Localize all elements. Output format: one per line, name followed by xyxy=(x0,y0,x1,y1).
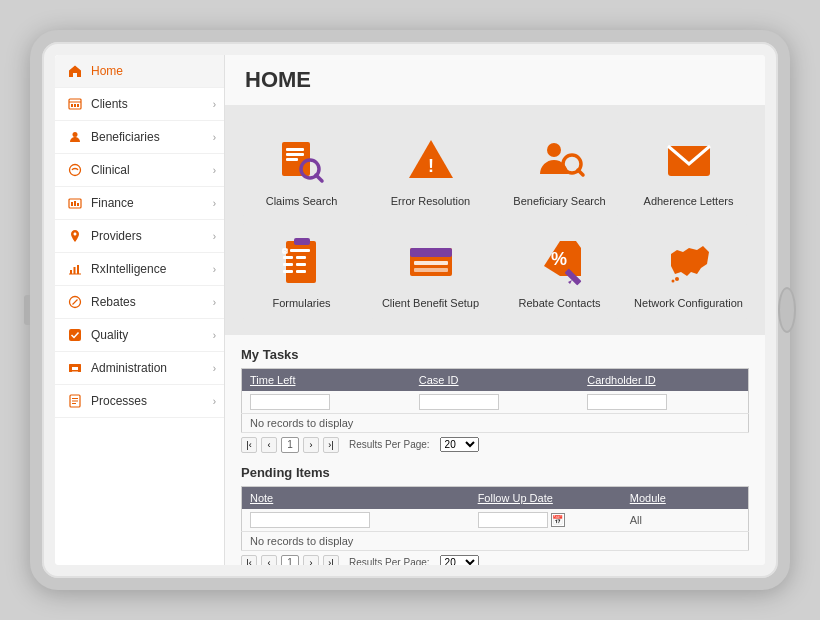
chevron-clients: › xyxy=(213,99,216,110)
svg-point-34 xyxy=(547,143,561,157)
pagination-pending: |‹ ‹ 1 › ›| Results Per Page: 20 50 100 xyxy=(241,551,749,565)
tile-label-beneficiary-search: Beneficiary Search xyxy=(513,194,605,208)
adherence-letters-icon xyxy=(663,134,715,186)
filter-follow-up-date[interactable] xyxy=(478,512,548,528)
pending-items-section: Pending Items Note Follow Up Date Module xyxy=(225,457,765,565)
tablet-side-button[interactable] xyxy=(24,295,30,325)
chevron-processes: › xyxy=(213,396,216,407)
tile-claims-search[interactable]: Claims Search xyxy=(241,122,362,216)
col-cardholder-id[interactable]: Cardholder ID xyxy=(579,368,748,391)
svg-rect-10 xyxy=(77,203,79,206)
sidebar-label-rxintelligence: RxIntelligence xyxy=(91,262,166,276)
svg-rect-42 xyxy=(283,263,293,266)
tile-network-configuration[interactable]: Network Configuration xyxy=(628,224,749,318)
svg-rect-9 xyxy=(74,201,76,206)
chevron-beneficiaries: › xyxy=(213,132,216,143)
per-page-label-tasks: Results Per Page: xyxy=(349,439,430,450)
tile-client-benefit-setup[interactable]: Client Benefit Setup xyxy=(370,224,491,318)
tile-rebate-contacts[interactable]: % Rebate Contacts xyxy=(499,224,620,318)
sidebar-item-rxintelligence[interactable]: RxIntelligence › xyxy=(55,253,224,286)
svg-rect-8 xyxy=(71,202,73,206)
svg-rect-39 xyxy=(294,238,310,245)
per-page-label-pending: Results Per Page: xyxy=(349,557,430,565)
svg-rect-13 xyxy=(77,265,79,274)
filter-note[interactable] xyxy=(250,512,370,528)
tile-error-resolution[interactable]: ! Error Resolution xyxy=(370,122,491,216)
no-records-row-pending: No records to display xyxy=(242,531,749,550)
sidebar-item-beneficiaries[interactable]: Beneficiaries › xyxy=(55,121,224,154)
filter-case-id[interactable] xyxy=(419,394,499,410)
filter-cardholder-id[interactable] xyxy=(587,394,667,410)
sidebar-item-processes[interactable]: Processes › xyxy=(55,385,224,418)
sidebar-label-rebates: Rebates xyxy=(91,295,136,309)
sidebar-item-clinical[interactable]: Clinical › xyxy=(55,154,224,187)
page-prev-tasks[interactable]: ‹ xyxy=(261,437,277,453)
svg-rect-24 xyxy=(72,403,76,404)
sidebar-item-rebates[interactable]: Rebates › xyxy=(55,286,224,319)
tile-beneficiary-search[interactable]: Beneficiary Search xyxy=(499,122,620,216)
sidebar-item-home[interactable]: Home xyxy=(55,55,224,88)
svg-point-5 xyxy=(73,132,78,137)
chevron-quality: › xyxy=(213,330,216,341)
col-note[interactable]: Note xyxy=(242,486,470,509)
filter-row-tasks xyxy=(242,391,749,414)
client-benefit-setup-icon xyxy=(405,236,457,288)
check-icon xyxy=(67,327,83,343)
icon-grid: Claims Search ! Error Resolution xyxy=(225,106,765,335)
page-num-pending: 1 xyxy=(281,555,299,565)
calendar-icon[interactable]: 📅 xyxy=(551,513,565,527)
tile-label-formularies: Formularies xyxy=(272,296,330,310)
pagination-tasks: |‹ ‹ 1 › ›| Results Per Page: 20 50 100 xyxy=(241,433,749,457)
sidebar-label-administration: Administration xyxy=(91,361,167,375)
sidebar-item-clients[interactable]: Clients › xyxy=(55,88,224,121)
svg-point-6 xyxy=(70,165,81,176)
no-records-row-tasks: No records to display xyxy=(242,413,749,432)
sidebar-item-providers[interactable]: Providers › xyxy=(55,220,224,253)
chevron-clinical: › xyxy=(213,165,216,176)
sidebar-item-finance[interactable]: Finance › xyxy=(55,187,224,220)
chevron-administration: › xyxy=(213,363,216,374)
svg-rect-3 xyxy=(74,104,76,107)
col-follow-up-date[interactable]: Follow Up Date xyxy=(470,486,622,509)
svg-rect-41 xyxy=(296,256,306,259)
page-first-pending[interactable]: |‹ xyxy=(241,555,257,565)
svg-rect-12 xyxy=(74,267,76,274)
page-num-tasks: 1 xyxy=(281,437,299,453)
col-time-left[interactable]: Time Left xyxy=(242,368,411,391)
tile-label-rebate-contacts: Rebate Contacts xyxy=(519,296,601,310)
svg-rect-51 xyxy=(414,268,448,272)
svg-rect-38 xyxy=(286,241,316,283)
col-case-id[interactable]: Case ID xyxy=(411,368,579,391)
pending-items-title: Pending Items xyxy=(241,465,749,480)
svg-line-30 xyxy=(316,175,322,181)
sidebar-label-quality: Quality xyxy=(91,328,128,342)
person-icon xyxy=(67,129,83,145)
page-prev-pending[interactable]: ‹ xyxy=(261,555,277,565)
network-configuration-icon xyxy=(663,236,715,288)
tile-formularies[interactable]: Formularies xyxy=(241,224,362,318)
sidebar-item-administration[interactable]: Administration › xyxy=(55,352,224,385)
svg-rect-20 xyxy=(72,370,79,372)
module-default: All xyxy=(630,514,642,526)
page-last-tasks[interactable]: ›| xyxy=(323,437,339,453)
page-first-tasks[interactable]: |‹ xyxy=(241,437,257,453)
my-tasks-title: My Tasks xyxy=(241,347,749,362)
svg-rect-50 xyxy=(414,261,448,265)
col-module[interactable]: Module xyxy=(622,486,749,509)
per-page-select-tasks[interactable]: 20 50 100 xyxy=(440,437,479,452)
tablet-home-button[interactable] xyxy=(778,287,796,333)
sidebar-item-quality[interactable]: Quality › xyxy=(55,319,224,352)
tile-label-claims-search: Claims Search xyxy=(266,194,338,208)
page-last-pending[interactable]: ›| xyxy=(323,555,339,565)
svg-text:%: % xyxy=(551,249,567,269)
svg-point-55 xyxy=(675,277,679,281)
chevron-rebates: › xyxy=(213,297,216,308)
page-next-pending[interactable]: › xyxy=(303,555,319,565)
tile-adherence-letters[interactable]: Adherence Letters xyxy=(628,122,749,216)
filter-time-left[interactable] xyxy=(250,394,330,410)
svg-rect-44 xyxy=(283,270,293,273)
sidebar-label-finance: Finance xyxy=(91,196,134,210)
svg-rect-22 xyxy=(72,398,78,399)
page-next-tasks[interactable]: › xyxy=(303,437,319,453)
per-page-select-pending[interactable]: 20 50 100 xyxy=(440,555,479,565)
